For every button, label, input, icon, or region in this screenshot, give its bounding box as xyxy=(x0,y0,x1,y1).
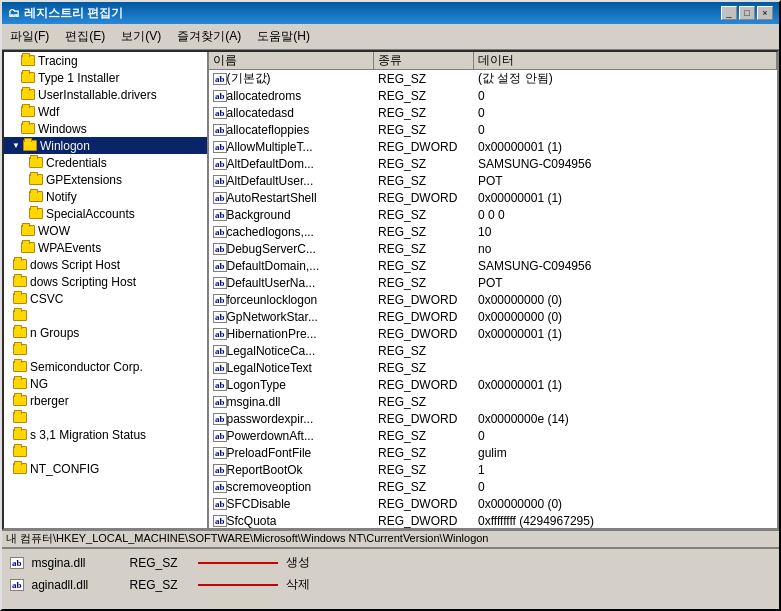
value-type-cell: REG_DWORD xyxy=(374,513,474,529)
value-row[interactable]: ab LegalNoticeTextREG_SZ xyxy=(209,359,777,376)
value-row[interactable]: ab DefaultDomain,...REG_SZSAMSUNG-C09495… xyxy=(209,257,777,274)
value-row[interactable]: ab allocatedasdREG_SZ0 xyxy=(209,104,777,121)
reg-value-icon: ab xyxy=(213,90,227,102)
value-row[interactable]: ab ReportBootOkREG_SZ1 xyxy=(209,461,777,478)
value-row[interactable]: ab AllowMultipleT...REG_DWORD0x00000001 … xyxy=(209,138,777,155)
value-row[interactable]: ab PowerdownAft...REG_SZ0 xyxy=(209,427,777,444)
tree-item[interactable]: Type 1 Installer xyxy=(4,69,207,86)
header-type[interactable]: 종류 xyxy=(374,52,474,69)
value-name-cell: ab LegalNoticeCa... xyxy=(209,343,374,359)
reg-value-icon: ab xyxy=(213,345,227,357)
tree-item[interactable]: dows Scripting Host xyxy=(4,273,207,290)
reg-value-icon: ab xyxy=(213,192,227,204)
value-row[interactable]: ab SfcQuotaREG_DWORD0xffffffff (42949672… xyxy=(209,512,777,528)
maximize-button[interactable]: □ xyxy=(739,6,755,20)
tree-item-label: Wdf xyxy=(38,105,59,119)
close-button[interactable]: × xyxy=(757,6,773,20)
menu-help[interactable]: 도움말(H) xyxy=(249,26,318,47)
tree-item[interactable]: ▼Winlogon xyxy=(4,137,207,154)
menu-edit[interactable]: 편집(E) xyxy=(57,26,113,47)
tree-item[interactable] xyxy=(4,409,207,426)
value-data-cell: 10 xyxy=(474,224,777,240)
value-row[interactable]: ab HibernationPre...REG_DWORD0x00000001 … xyxy=(209,325,777,342)
reg-value-icon: ab xyxy=(213,447,227,459)
header-name[interactable]: 이름 xyxy=(209,52,374,69)
value-row[interactable]: ab allocatedromsREG_SZ0 xyxy=(209,87,777,104)
value-name-cell: ab PreloadFontFile xyxy=(209,445,374,461)
tree-item[interactable]: UserInstallable.drivers xyxy=(4,86,207,103)
value-type-cell: REG_DWORD xyxy=(374,139,474,155)
tree-item[interactable]: NT_CONFIG xyxy=(4,460,207,477)
value-name-cell: ab AltDefaultUser... xyxy=(209,173,374,189)
reg-value-icon: ab xyxy=(213,209,227,221)
value-row[interactable]: ab allocatefloppiesREG_SZ0 xyxy=(209,121,777,138)
tree-item-label: Notify xyxy=(46,190,77,204)
value-row[interactable]: ab (기본값)REG_SZ(값 설정 안됨) xyxy=(209,70,777,87)
value-data-cell: 0 xyxy=(474,122,777,138)
value-type-cell: REG_SZ xyxy=(374,360,474,376)
value-data-cell: 0 xyxy=(474,428,777,444)
tree-item[interactable]: Tracing xyxy=(4,52,207,69)
registry-editor-window: 🗂 레지스트리 편집기 _ □ × 파일(F) 편집(E) 보기(V) 즐겨찾기… xyxy=(0,0,781,611)
tree-item[interactable]: Semiconductor Corp. xyxy=(4,358,207,375)
tree-item-label: n Groups xyxy=(30,326,79,340)
value-data-cell: 1 xyxy=(474,462,777,478)
value-row[interactable]: ab LogonTypeREG_DWORD0x00000001 (1) xyxy=(209,376,777,393)
tree-item[interactable] xyxy=(4,341,207,358)
value-data-cell xyxy=(474,401,777,403)
value-row[interactable]: ab LegalNoticeCa...REG_SZ xyxy=(209,342,777,359)
tree-item[interactable] xyxy=(4,307,207,324)
value-row[interactable]: ab DefaultUserNa...REG_SZPOT xyxy=(209,274,777,291)
value-name-cell: ab forceunlocklogon xyxy=(209,292,374,308)
value-data-cell: SAMSUNG-C094956 xyxy=(474,156,777,172)
value-data-cell: (값 설정 안됨) xyxy=(474,70,777,88)
menu-favorites[interactable]: 즐겨찾기(A) xyxy=(169,26,249,47)
value-row[interactable]: ab PreloadFontFileREG_SZgulim xyxy=(209,444,777,461)
header-data[interactable]: 데이터 xyxy=(474,52,777,69)
minimize-button[interactable]: _ xyxy=(721,6,737,20)
value-name-cell: ab ReportBootOk xyxy=(209,462,374,478)
menu-view[interactable]: 보기(V) xyxy=(113,26,169,47)
value-row[interactable]: ab GpNetworkStar...REG_DWORD0x00000000 (… xyxy=(209,308,777,325)
reg-value-icon: ab xyxy=(213,107,227,119)
tree-item[interactable]: WPAEvents xyxy=(4,239,207,256)
value-row[interactable]: ab DebugServerC...REG_SZno xyxy=(209,240,777,257)
value-row[interactable]: ab scremoveoptionREG_SZ0 xyxy=(209,478,777,495)
tree-item[interactable]: Windows xyxy=(4,120,207,137)
tree-item[interactable]: Credentials xyxy=(4,154,207,171)
value-row[interactable]: ab BackgroundREG_SZ0 0 0 xyxy=(209,206,777,223)
value-name-cell: ab allocatedroms xyxy=(209,88,374,104)
tree-item[interactable]: Wdf xyxy=(4,103,207,120)
reg-value-icon: ab xyxy=(213,481,227,493)
value-row[interactable]: ab forceunlocklogonREG_DWORD0x00000000 (… xyxy=(209,291,777,308)
value-row[interactable]: ab cachedlogons,...REG_SZ10 xyxy=(209,223,777,240)
tree-item[interactable]: rberger xyxy=(4,392,207,409)
value-name-cell: ab AltDefaultDom... xyxy=(209,156,374,172)
tree-item[interactable]: CSVC xyxy=(4,290,207,307)
tree-item[interactable]: dows Script Host xyxy=(4,256,207,273)
tree-item[interactable]: Notify xyxy=(4,188,207,205)
tree-item[interactable]: NG xyxy=(4,375,207,392)
menu-file[interactable]: 파일(F) xyxy=(2,26,57,47)
tree-item[interactable]: s 3,1 Migration Status xyxy=(4,426,207,443)
values-content[interactable]: ab (기본값)REG_SZ(값 설정 안됨)ab allocatedromsR… xyxy=(209,70,777,528)
value-row[interactable]: ab msgina.dllREG_SZ xyxy=(209,393,777,410)
bottom-action-1: 생성 xyxy=(286,554,310,571)
tree-item[interactable]: SpecialAccounts xyxy=(4,205,207,222)
value-data-cell: gulim xyxy=(474,445,777,461)
tree-item[interactable] xyxy=(4,443,207,460)
tree-item[interactable]: WOW xyxy=(4,222,207,239)
value-row[interactable]: ab AutoRestartShellREG_DWORD0x00000001 (… xyxy=(209,189,777,206)
value-row[interactable]: ab SFCDisableREG_DWORD0x00000000 (0) xyxy=(209,495,777,512)
tree-item[interactable]: GPExtensions xyxy=(4,171,207,188)
value-type-cell: REG_SZ xyxy=(374,88,474,104)
reg-value-icon: ab xyxy=(213,464,227,476)
tree-item[interactable]: n Groups xyxy=(4,324,207,341)
tree-item-label: dows Scripting Host xyxy=(30,275,136,289)
value-row[interactable]: ab AltDefaultDom...REG_SZSAMSUNG-C094956 xyxy=(209,155,777,172)
tree-item-label: CSVC xyxy=(30,292,63,306)
value-row[interactable]: ab passwordexpir...REG_DWORD0x0000000e (… xyxy=(209,410,777,427)
value-row[interactable]: ab AltDefaultUser...REG_SZPOT xyxy=(209,172,777,189)
tree-content[interactable]: TracingType 1 InstallerUserInstallable.d… xyxy=(4,52,207,528)
reg-value-icon: ab xyxy=(213,158,227,170)
